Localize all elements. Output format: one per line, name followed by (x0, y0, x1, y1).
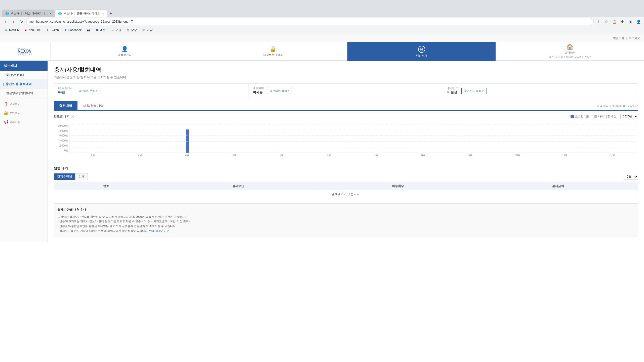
extensions-button[interactable]: ⚙ (619, 18, 626, 25)
browser-tab-2[interactable]: 🌐 넥슨캐시 | 금융 마이스테이트 × (55, 10, 107, 17)
sidebar-item-gift-cert[interactable]: 현금영수증발행내역 (0, 89, 48, 98)
filter-bar: 결제수단별 상세 7월 6월 5월 4월 3월 (54, 173, 638, 180)
year-select[interactable]: 2023년 2022년 2021년 (620, 114, 638, 119)
forward-button[interactable]: › (10, 18, 17, 25)
x-label-3: 3월 (164, 153, 211, 157)
instagram-favicon: 📷 (87, 28, 90, 32)
bookmark-b3[interactable]: 📰 마당 (140, 27, 154, 33)
tab1-favicon: 🌐 (5, 12, 9, 15)
google-fav: G (111, 28, 114, 32)
cash-label: 넥슨캐시 (416, 54, 427, 57)
col-method: 결제수단 (158, 182, 318, 190)
cb-value: 미설정 (447, 90, 458, 95)
chart-title: 연도별 내역 ? (54, 114, 74, 119)
filter-tab-detail[interactable]: 상세 (75, 173, 88, 180)
bookmark-b2[interactable]: 🏠 당당 (125, 27, 138, 33)
nav-item-security[interactable]: 🔒 내정보보안설정 (199, 42, 347, 61)
info-link[interactable]: 안내 바로가기 > (149, 229, 169, 232)
nexon-fav: N (95, 28, 99, 32)
summary-chargeback: 충전반도 미설정 충전반도 설정 > (443, 84, 638, 97)
logo-main: NEXON (18, 49, 31, 53)
cash-amount: 64 (58, 90, 62, 94)
logout-link[interactable]: 로그아웃 (629, 36, 640, 40)
logo-area[interactable]: NEXON NEXON MEMBERS (0, 42, 50, 61)
bar-group-9 (447, 124, 494, 153)
bookmark-nexon[interactable]: N 넥슨 (94, 27, 107, 33)
y-label-8000: 8,000원 (56, 129, 69, 133)
tab-date: 내역 제공기간 2018.08 ~ 2023.07 (597, 101, 638, 110)
info-line-4-text: - 결제수단별 현도 기준에 대해서는 아래 페이지에서 확인하실수 있습니다. (58, 229, 148, 232)
security2-label: 보안센터 (9, 111, 20, 115)
browser-tab-1[interactable]: 🌐 넥슨캐시 < 넥슨 마이페이버... × (2, 10, 55, 17)
x-label-8: 8월 (400, 153, 447, 157)
chart-info-icon[interactable]: ? (71, 115, 74, 118)
cash-icon: N (418, 46, 425, 53)
new-tab-button[interactable]: + (107, 10, 114, 17)
sidebar-item-charge-history[interactable]: 충전/사용/철회내역 (0, 80, 48, 89)
facebook-label: Facebook (68, 28, 82, 32)
bar-group-7 (352, 124, 400, 153)
data-table: 번호 결제수단 이용횟수 결제금액 결제내역이 없습니다. (54, 182, 638, 198)
sidebar-section-notice[interactable]: 📢 공지사항 (0, 118, 48, 125)
favorites-button[interactable]: ☆ (603, 18, 610, 25)
security2-icon: 🔐 (4, 111, 8, 115)
sidebar-item-charge-guide[interactable]: 충전수단안내 (0, 71, 48, 80)
bookmark-instagram[interactable]: 📷 (85, 28, 92, 32)
tab-usage[interactable]: 사용/철회내역 (77, 101, 109, 110)
back-button[interactable]: ‹ (2, 18, 9, 25)
nav-item-info[interactable]: 👤 내정보관리 (50, 42, 199, 61)
share-button[interactable]: ⇧ (595, 18, 602, 25)
bookmark-facebook[interactable]: f Facebook (62, 28, 83, 32)
legend-other: 나의 다른 계정 (594, 115, 616, 118)
username-link[interactable]: 넥슨닷컴 (613, 36, 624, 40)
tab-bar: 충전내역 사용/철회내역 내역 제공기간 2018.08 ~ 2023.07 (54, 101, 638, 111)
bar-group-8 (400, 124, 447, 153)
monthly-title: 월별 내역 (54, 166, 638, 171)
bar-group-3 (164, 124, 211, 153)
collections-button[interactable]: 📋 (611, 18, 618, 25)
nav-item-support[interactable]: 🏠 고객센터 넥슨 및 서비스에 대해 궁금하신가요? (496, 42, 644, 61)
tab-charge[interactable]: 충전내역 (54, 101, 77, 110)
browser-actions: ⇧ ☆ 📋 ⚙ ▣ 👤 (595, 18, 642, 25)
tab1-close[interactable]: × (50, 12, 52, 16)
filter-tab-method[interactable]: 결제수단별 (54, 173, 75, 180)
sidebar-section-security[interactable]: 🔐 보안센터 (0, 109, 48, 116)
col-amount: 결제금액 (478, 182, 638, 190)
cb-btn-wrapper: 충전반도 설정 > (461, 87, 487, 94)
profile-button[interactable]: 👤 (635, 18, 642, 25)
summary-bar: 내 넥슨캐시 64캔 넥슨캐시주소 > 넥슨페이 미사용 (54, 83, 638, 97)
google-label: 구글 (115, 28, 121, 32)
info-label: 내정보관리 (118, 53, 132, 57)
chart-container: 10,000원 8,000원 6,000원 4,000원 2,000원 0원 (54, 121, 638, 161)
monthly-section: 월별 내역 결제수단별 상세 7월 6월 5월 4월 3월 (54, 166, 638, 198)
page-desc: 넥슨캐시 충전/사용/철회 내역을 조회하실 수 있습니다. (54, 75, 638, 79)
bookmark-twitch[interactable]: T Twitch (44, 28, 60, 32)
month-select[interactable]: 7월 6월 5월 4월 3월 (624, 174, 638, 180)
nav-item-cash[interactable]: N 넥슨캐시 (347, 42, 496, 61)
address-bar[interactable]: member.nexon.com/cash/chargelist.aspx?pa… (26, 18, 594, 25)
pay-settings-btn[interactable]: 넥슨페이 설정 > (267, 88, 292, 94)
b3-label: 마당 (146, 28, 152, 32)
legend-login-color (571, 115, 574, 118)
summary-pay: 넥슨페이 미사용 넥슨페이 설정 > (249, 84, 444, 97)
y-label-4000: 4,000원 (56, 139, 69, 143)
sidebar-section-customer[interactable]: ❓ 고객센터 (0, 100, 48, 107)
legend-login-label: 로그인 계정 (575, 115, 590, 118)
tab2-close[interactable]: × (102, 12, 104, 16)
notice-label: 공지사항 (9, 120, 20, 124)
security-icon: 🔒 (270, 47, 276, 52)
y-label-6000: 6,000원 (56, 134, 69, 138)
page-title: 충전/사용/철회내역 (54, 66, 638, 74)
support-label: 고객센터 (565, 51, 576, 54)
top-nav: 넥슨닷컴 | 로그아웃 (0, 34, 644, 42)
bookmark-google[interactable]: G 구글 (109, 27, 123, 33)
reload-button[interactable]: ↻ (18, 18, 25, 25)
bookmark-youtube[interactable]: ▶ YouTube (23, 28, 42, 32)
summary-cash-col: 내 넥슨캐시 64캔 (58, 86, 73, 95)
split-button[interactable]: ▣ (627, 18, 634, 25)
x-label-5: 5월 (258, 153, 305, 157)
cash-settings-btn[interactable]: 넥슨캐시주소 > (76, 88, 100, 94)
cb-settings-btn[interactable]: 충전반도 설정 > (461, 88, 487, 94)
info-title: 결제수단별 내역 안내 (58, 207, 634, 212)
bookmark-naver[interactable]: N NAVER (3, 28, 21, 32)
